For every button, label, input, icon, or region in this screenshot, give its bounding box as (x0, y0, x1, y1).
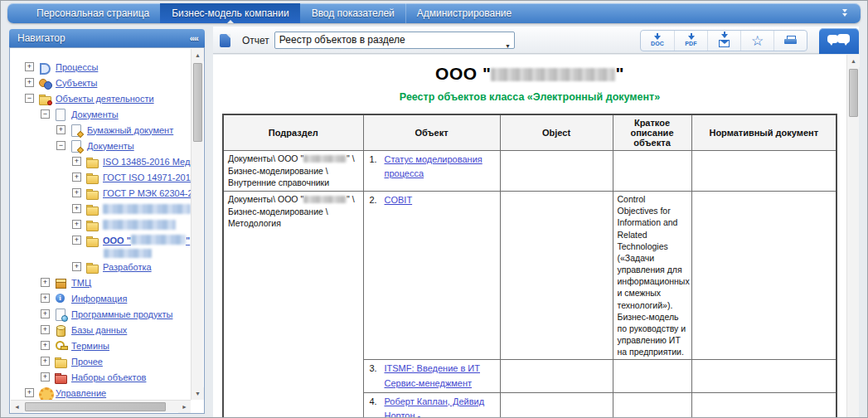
tree-item-tmc[interactable]: ТМЦ (10, 275, 191, 290)
collapse-icon[interactable] (41, 109, 50, 119)
expand-icon[interactable] (25, 62, 34, 71)
scroll-up-icon[interactable]: ▲ (192, 49, 204, 61)
tab-indicators-input[interactable]: Ввод показателей (300, 3, 405, 23)
tree-item-label[interactable]: Базы данных (71, 325, 127, 335)
object-link[interactable]: ITSMF: Введение в ИТ Сервис-менеджмент (385, 362, 496, 390)
tree-item-label[interactable]: Субъекты (56, 78, 97, 88)
tree-item-redacted-2[interactable] (10, 216, 191, 232)
tree-item-gost-iso-14971[interactable]: ГОСТ ISO 14971-2011 Изделия (10, 169, 191, 185)
tree-item-object-sets[interactable]: Наборы объектов (10, 369, 191, 385)
expand-icon[interactable] (41, 325, 50, 334)
tab-administration[interactable]: Администрирование (405, 3, 522, 23)
tree-item-documents[interactable]: Документы (10, 106, 191, 122)
tree-item-subjects[interactable]: Субъекты (10, 75, 191, 90)
expand-icon[interactable] (25, 78, 34, 87)
box-icon (54, 277, 67, 289)
tree-item-databases[interactable]: Базы данных (10, 322, 191, 338)
expand-icon[interactable] (72, 204, 81, 213)
tree-item-label[interactable]: Программные продукты (71, 309, 172, 319)
comments-button[interactable] (819, 28, 859, 54)
tree-item-software-products[interactable]: Программные продукты (10, 306, 191, 322)
scrollbar-thumb[interactable] (25, 402, 166, 411)
tab-business-model[interactable]: Бизнес-модель компании (160, 3, 299, 23)
expand-icon[interactable] (41, 357, 50, 366)
expand-icon[interactable] (41, 309, 50, 318)
expand-icon[interactable] (72, 220, 81, 229)
report-toolbar: Отчет Реестр объектов в разделе ▼ DOC PD… (213, 27, 859, 54)
tree-item-ooo-selected[interactable]: ООО "" (10, 232, 191, 248)
object-number: 2. (368, 193, 385, 207)
tree-item-label[interactable]: Прочее (71, 357, 103, 367)
tree-item-label[interactable]: ТМЦ (71, 278, 91, 288)
expand-icon[interactable] (41, 294, 50, 303)
scroll-left-icon[interactable]: ◄ (11, 401, 23, 413)
tabbar-more-icon[interactable] (842, 8, 847, 17)
expand-icon[interactable] (72, 157, 81, 166)
tree-item-iso-13485[interactable]: ISO 13485-2016 Медицинские и (10, 153, 191, 169)
tree-item-label[interactable]: Процессы (56, 62, 98, 72)
collapse-icon[interactable] (56, 141, 65, 150)
print-button[interactable] (773, 31, 807, 51)
tree-item-management[interactable]: Управление (10, 385, 191, 400)
folder-icon (54, 356, 67, 367)
collapse-sidebar-icon[interactable]: «« (190, 29, 198, 47)
expand-icon[interactable] (56, 125, 65, 134)
tree-item-other[interactable]: Прочее (10, 353, 191, 369)
tree-item-label[interactable]: Информация (71, 294, 127, 304)
tree-vertical-scrollbar[interactable]: ▲ ▼ (191, 49, 203, 400)
report-vertical-scrollbar[interactable]: ▲ (846, 55, 859, 417)
scrollbar-thumb[interactable] (849, 69, 858, 117)
tree-item-label[interactable]: Бумажный документ (87, 125, 173, 135)
expand-icon[interactable] (72, 236, 81, 245)
object-link[interactable]: COBIT (385, 193, 413, 207)
tree-item-label[interactable]: Термины (71, 341, 109, 351)
tree-item-ooo-selected-wrap (10, 248, 191, 259)
tree-item-documents-sub[interactable]: Документы (10, 138, 191, 153)
tree-item-activity-objects[interactable]: Объекты деятельности (10, 90, 191, 106)
top-tab-bar: Персональная страница Бизнес-модель комп… (7, 3, 861, 23)
tree-item-label[interactable]: ООО "" (103, 235, 190, 245)
header-short-description: Краткое описание объекта (613, 114, 691, 151)
redacted-label (131, 235, 186, 245)
object-link[interactable]: Роберт Каплан, Дейвид Нортон - Сбалансир… (385, 395, 496, 417)
tab-personal-page[interactable]: Персональная страница (26, 3, 160, 23)
expand-icon[interactable] (41, 341, 50, 350)
expand-icon[interactable] (25, 388, 34, 397)
normative-cell (691, 392, 836, 417)
favorite-button[interactable]: ☆ (740, 31, 773, 51)
export-doc-button[interactable]: DOC (641, 31, 674, 51)
tree-item-development[interactable]: Разработка (10, 259, 191, 275)
tree-item-information[interactable]: Информация (10, 290, 191, 306)
tree-item-label[interactable]: Документы (87, 141, 134, 151)
tree-item-terms[interactable]: Термины (10, 338, 191, 353)
tree-item-label[interactable]: Документы (71, 109, 119, 119)
expand-icon[interactable] (41, 278, 50, 287)
scroll-down-icon[interactable]: ▼ (192, 387, 204, 400)
tree-item-label[interactable]: ISO 13485-2016 Медицинские и (103, 157, 191, 167)
tree-item-label[interactable]: ГОСТ Р МЭК 62304-2013 Издел (103, 188, 191, 198)
header-object-ru: Объект (363, 114, 500, 151)
tree-horizontal-scrollbar[interactable]: ◄ ► (11, 400, 191, 412)
expand-icon[interactable] (72, 262, 81, 271)
expand-icon[interactable] (41, 372, 50, 382)
tree-item-redacted-1[interactable] (10, 201, 191, 216)
report-select[interactable]: Реестр объектов в разделе ▼ (274, 32, 515, 49)
expand-icon[interactable] (72, 173, 81, 182)
export-pdf-button[interactable]: PDF (674, 31, 707, 51)
scroll-right-icon[interactable]: ► (178, 401, 191, 413)
scroll-up-icon[interactable]: ▲ (847, 55, 860, 67)
tree-item-label[interactable]: Объекты деятельности (56, 94, 154, 104)
tree-item-label[interactable]: ГОСТ ISO 14971-2011 Изделия (103, 173, 191, 182)
object-link[interactable]: Статус моделирования процесса (385, 153, 496, 181)
tree-item-label[interactable]: Наборы объектов (71, 372, 146, 382)
tree-item-label[interactable]: Управление (56, 388, 106, 398)
tree-item-label[interactable]: Разработка (103, 262, 152, 272)
tree-item-gost-mek-62304[interactable]: ГОСТ Р МЭК 62304-2013 Издел (10, 185, 191, 201)
expand-icon[interactable] (72, 188, 81, 197)
send-email-button[interactable] (707, 31, 740, 51)
tree-item-processes[interactable]: Процессы (10, 59, 191, 75)
collapse-icon[interactable] (25, 94, 34, 103)
scrollbar-thumb[interactable] (193, 63, 202, 142)
tree-item-paper-document[interactable]: Бумажный документ (10, 122, 191, 138)
navigator-sidebar: Навигатор «« Процессы Субъекты Объекты д… (9, 29, 205, 414)
